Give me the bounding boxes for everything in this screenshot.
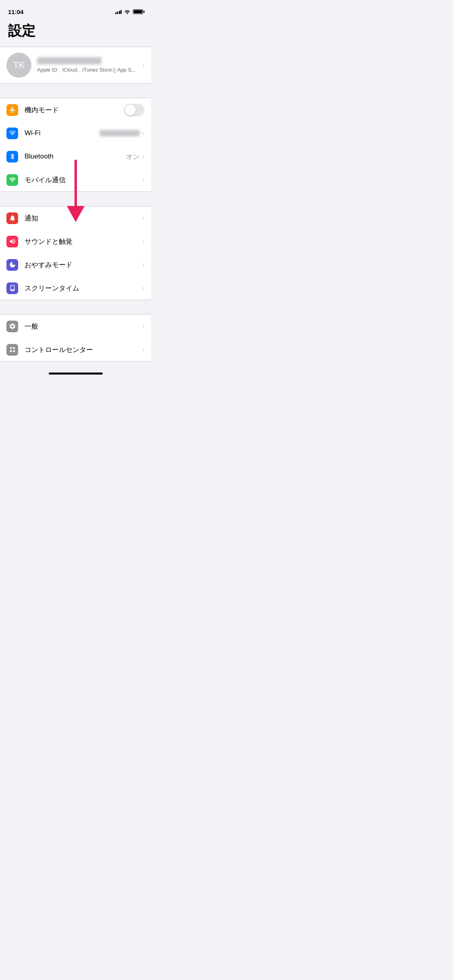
screentime-row[interactable]: スクリーンタイム ›	[0, 276, 151, 300]
svg-rect-5	[13, 350, 15, 352]
airplane-icon	[6, 104, 18, 116]
cellular-icon	[6, 174, 18, 186]
airplane-row[interactable]: 機内モード	[0, 98, 151, 121]
status-bar: 11:04	[0, 0, 151, 18]
notifications-icon	[6, 212, 18, 224]
controlcenter-row[interactable]: コントロールセンター ›	[0, 338, 151, 361]
general-icon	[6, 321, 18, 332]
svg-rect-3	[13, 347, 15, 349]
section-spacer-1	[0, 84, 151, 98]
screentime-label: スクリーンタイム	[25, 284, 142, 293]
page-title: 設定	[8, 22, 143, 40]
airplane-toggle[interactable]	[124, 104, 145, 116]
profile-info: Apple ID、iCloud、iTunes StoreとApp S...	[37, 57, 142, 74]
home-indicator	[49, 373, 103, 375]
airplane-label: 機内モード	[25, 105, 124, 115]
sounds-chevron: ›	[142, 237, 145, 245]
wifi-row-icon	[6, 128, 18, 139]
bluetooth-value: オン	[126, 152, 140, 161]
bluetooth-icon	[6, 151, 18, 163]
moon-icon	[6, 259, 18, 271]
donotdisturb-row[interactable]: おやすみモード ›	[0, 253, 151, 276]
controlcenter-chevron: ›	[142, 346, 145, 354]
screentime-chevron: ›	[142, 284, 145, 292]
section-spacer-3	[0, 300, 151, 314]
notifications-row[interactable]: 通知 ›	[0, 206, 151, 230]
bluetooth-label: Bluetooth	[25, 152, 126, 161]
section-spacer-2	[0, 192, 151, 206]
general-row[interactable]: 一般 ›	[0, 315, 151, 338]
profile-subtitle: Apple ID、iCloud、iTunes StoreとApp S...	[37, 66, 142, 74]
cellular-row[interactable]: モバイル通信 ›	[0, 168, 151, 191]
bluetooth-row[interactable]: Bluetooth オン ›	[0, 145, 151, 168]
donotdisturb-chevron: ›	[142, 261, 145, 269]
sounds-icon	[6, 236, 18, 247]
connectivity-group: 機内モード Wi-Fi › Bluetooth オン ›	[0, 98, 151, 192]
notifications-chevron: ›	[142, 214, 145, 222]
wifi-chevron: ›	[142, 129, 145, 137]
profile-name-blurred	[37, 57, 101, 64]
general-chevron: ›	[142, 322, 145, 330]
notifications-label: 通知	[25, 214, 142, 223]
notifications-group: 通知 › サウンドと触覚 › おやすみモード › スクリーンタイム ›	[0, 206, 151, 300]
cellular-chevron: ›	[142, 176, 145, 184]
wifi-label: Wi-Fi	[25, 129, 99, 137]
profile-row[interactable]: TK Apple ID、iCloud、iTunes StoreとApp S...…	[0, 47, 151, 83]
system-group: 一般 › コントロールセンター ›	[0, 314, 151, 362]
page-title-area: 設定	[0, 18, 151, 47]
status-icons	[115, 9, 143, 14]
svg-rect-4	[10, 350, 12, 352]
battery-icon	[133, 9, 143, 14]
wifi-row[interactable]: Wi-Fi ›	[0, 121, 151, 145]
wifi-status-icon	[124, 9, 130, 14]
controlcenter-label: コントロールセンター	[25, 345, 142, 354]
signal-icon	[115, 9, 122, 14]
cellular-label: モバイル通信	[25, 175, 142, 185]
donotdisturb-label: おやすみモード	[25, 260, 142, 270]
svg-rect-2	[10, 347, 12, 349]
sounds-row[interactable]: サウンドと触覚 ›	[0, 230, 151, 253]
bluetooth-chevron: ›	[142, 152, 145, 161]
wifi-value-blur	[99, 130, 140, 136]
profile-chevron: ›	[142, 61, 145, 69]
general-label: 一般	[25, 322, 142, 331]
avatar: TK	[6, 53, 31, 78]
screentime-icon	[6, 282, 18, 294]
profile-section: TK Apple ID、iCloud、iTunes StoreとApp S...…	[0, 47, 151, 84]
controlcenter-icon	[6, 344, 18, 356]
status-time: 11:04	[8, 8, 23, 15]
sounds-label: サウンドと触覚	[25, 237, 142, 246]
